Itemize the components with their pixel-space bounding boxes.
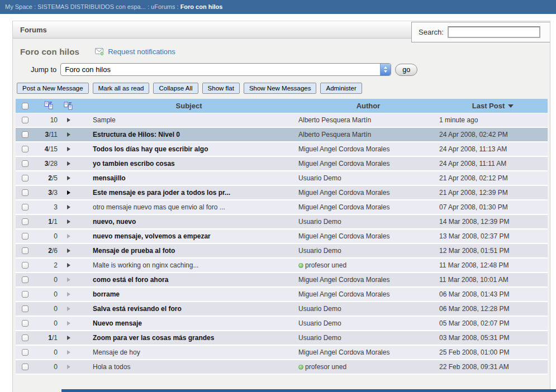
request-notifications-link[interactable]: Request notifications (95, 47, 175, 56)
expand-thread-icon[interactable] (67, 234, 70, 238)
forum-title: Foro con hilos (20, 47, 79, 56)
column-header-subject[interactable]: Subject (79, 102, 298, 110)
thread-subject-link[interactable]: yo tambien escribo cosas (93, 160, 175, 168)
row-checkbox[interactable] (22, 175, 28, 181)
expand-thread-icon[interactable] (67, 307, 70, 311)
column-header-last-post[interactable]: Last Post (438, 102, 548, 110)
thread-author: Usuario Demo (298, 174, 438, 182)
thread-subject-link[interactable]: nuevo, nuevo (93, 218, 136, 226)
thread-subject-link[interactable]: mensajillo (93, 174, 126, 182)
table-row: 3 otro mensaje nuevo mas que envio al fo… (16, 200, 548, 215)
expand-thread-icon[interactable] (67, 161, 70, 166)
thread-subject-link[interactable]: Sample (93, 116, 116, 124)
expand-thread-icon[interactable] (67, 132, 70, 137)
breadcrumb-course[interactable]: SISTEMAS DISTRIBUIDOS con espa... (37, 3, 146, 10)
thread-subject-link[interactable]: otro mensaje nuevo mas que envio al foro… (93, 203, 225, 211)
thread-author: Usuario Demo (298, 334, 438, 342)
request-notifications-label: Request notifications (108, 47, 175, 56)
breadcrumb-uforums[interactable]: uForums (151, 3, 175, 10)
expand-thread-icon[interactable] (67, 190, 70, 195)
expand-thread-icon[interactable] (67, 263, 70, 267)
reply-count: 0 (35, 232, 63, 240)
thread-author: Miguel Angel Cordova Morales (298, 145, 438, 153)
row-checkbox[interactable] (22, 364, 28, 370)
thread-subject-link[interactable]: Este mensaje es para joder a todos los p… (93, 189, 230, 197)
thread-author: Usuario Demo (298, 319, 438, 327)
last-post-date: 24 Apr 2008, 11:13 AM (438, 145, 548, 153)
expand-thread-icon[interactable] (67, 365, 70, 369)
row-checkbox[interactable] (22, 349, 28, 356)
unread-messages-icon (64, 102, 73, 110)
expand-thread-icon[interactable] (67, 292, 70, 297)
search-input[interactable] (448, 26, 540, 38)
breadcrumb-separator: : (175, 3, 180, 10)
row-checkbox[interactable] (22, 189, 28, 196)
last-post-date: 25 Feb 2008, 01:00 PM (438, 348, 548, 356)
thread-author: Miguel Angel Cordova Morales (298, 348, 438, 356)
expand-thread-icon[interactable] (67, 219, 70, 224)
thread-subject-link[interactable]: Hola a todos (93, 363, 130, 371)
row-checkbox[interactable] (22, 218, 28, 225)
breadcrumb-my-space[interactable]: My Space (5, 3, 32, 10)
thread-subject-link[interactable]: Salva está revisando el foro (93, 305, 182, 313)
show-new-messages-button[interactable]: Show New Messages (244, 83, 317, 94)
expand-thread-icon[interactable] (67, 176, 70, 180)
expand-thread-icon[interactable] (67, 147, 70, 151)
table-row: 0 nuevo mensaje, volvemos a empezar Migu… (16, 230, 548, 244)
thread-subject-link[interactable]: Malte is working on nginx caching... (93, 261, 198, 269)
last-post-date: 24 Apr 2008, 02:42 PM (438, 131, 548, 138)
select-all-checkbox[interactable] (22, 103, 28, 109)
expand-thread-icon[interactable] (67, 205, 70, 209)
thread-subject-link[interactable]: Estructura de Hilos: Nivel 0 (93, 131, 180, 138)
row-checkbox[interactable] (22, 320, 28, 327)
thread-author: profesor uned (298, 363, 438, 371)
column-header-author[interactable]: Author (298, 102, 438, 110)
last-post-date: 03 Mar 2008, 05:31 PM (438, 334, 548, 342)
thread-subject-link[interactable]: Zoom para ver las cosas más grandes (93, 334, 214, 342)
row-checkbox[interactable] (22, 247, 28, 254)
row-checkbox[interactable] (22, 146, 28, 152)
thread-subject-link[interactable]: como está el foro ahora (93, 276, 168, 284)
expand-thread-icon[interactable] (67, 278, 70, 282)
go-button[interactable]: go (395, 64, 417, 76)
collapse-all-button[interactable]: Collapse All (153, 83, 198, 94)
row-checkbox[interactable] (22, 131, 28, 138)
thread-subject-link[interactable]: borrame (93, 290, 120, 298)
row-checkbox[interactable] (22, 204, 28, 211)
table-row: 3/11 Estructura de Hilos: Nivel 0 Albert… (16, 128, 548, 142)
thread-subject-link[interactable]: Mensaje de hoy (93, 348, 140, 356)
row-checkbox[interactable] (22, 276, 28, 283)
row-checkbox[interactable] (22, 305, 28, 312)
row-checkbox[interactable] (22, 291, 28, 298)
row-checkbox[interactable] (22, 334, 28, 341)
search-label: Search: (419, 28, 444, 36)
show-flat-button[interactable]: Show flat (202, 83, 240, 94)
jump-to-select[interactable]: Foro con hilos (60, 63, 391, 76)
reply-count: 0 (35, 319, 63, 327)
expand-thread-icon[interactable] (67, 336, 70, 340)
expand-thread-icon[interactable] (67, 350, 70, 355)
reply-count: 0 (35, 290, 63, 298)
reply-count: 0 (35, 348, 63, 356)
thread-subject-link[interactable]: Mensaje de prueba al foto (93, 247, 175, 255)
expand-thread-icon[interactable] (67, 321, 70, 326)
thread-author: Alberto Pesquera Martín (298, 116, 438, 124)
row-checkbox[interactable] (22, 262, 28, 269)
administer-button[interactable]: Administer (320, 83, 362, 94)
post-new-message-button[interactable]: Post a New Message (17, 83, 89, 94)
last-post-date: 06 Mar 2008, 01:43 PM (438, 290, 548, 298)
row-checkbox[interactable] (22, 160, 28, 167)
mark-all-as-read-button[interactable]: Mark all as read (93, 83, 150, 94)
expand-thread-icon[interactable] (67, 248, 70, 253)
thread-subject-link[interactable]: nuevo mensaje, volvemos a empezar (93, 232, 211, 240)
thread-subject-link[interactable]: Nuevo mensaje (93, 319, 142, 327)
thread-author: Alberto Pesquera Martín (298, 131, 438, 138)
row-checkbox[interactable] (22, 117, 28, 123)
row-checkbox[interactable] (22, 233, 28, 240)
thread-subject-link[interactable]: Todos los días hay que escribir algo (93, 145, 208, 153)
last-post-date: 12 Mar 2008, 01:51 PM (438, 247, 548, 255)
table-row: 1/1 Zoom para ver las cosas más grandes … (16, 331, 548, 346)
last-post-date: 11 Mar 2008, 10:01 AM (438, 276, 548, 284)
envelope-plus-icon (95, 48, 104, 56)
expand-thread-icon[interactable] (67, 118, 70, 122)
